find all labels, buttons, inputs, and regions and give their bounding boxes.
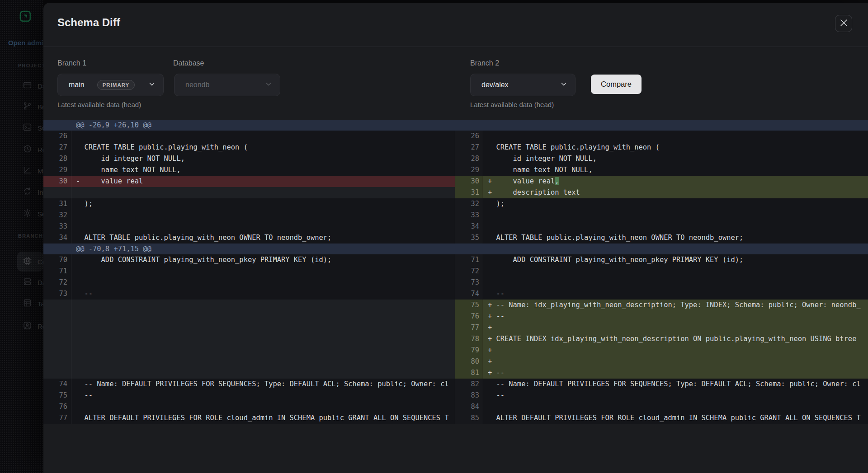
schema-diff-modal: Schema Diff Branch 1 main PRIMARY Latest… [43,3,868,473]
sidebar-item-databases[interactable]: Databases [23,277,43,288]
diff-row: 31 );32 ); [43,198,868,210]
code-line [71,401,455,412]
diff-row: 28 id integer NOT NULL,28 id integer NOT… [43,153,868,164]
diff-row: 70 ADD CONSTRAINT playing_with_neon_pkey… [43,254,868,266]
code-line [483,221,868,232]
branch1-caption: Latest available data (head) [57,101,141,108]
databases-icon [23,277,32,288]
code-line: ADD CONSTRAINT playing_with_neon_pkey PR… [483,254,868,266]
modal-title: Schema Diff [57,16,120,29]
diff-row: 73 --74 -- [43,288,868,300]
diff-row: 29 name text NOT NULL,29 name text NOT N… [43,164,868,176]
line-number: 75 [43,390,71,401]
diff-row: 77 ALTER DEFAULT PRIVILEGES FOR ROLE clo… [43,412,868,424]
line-number: 81 [455,367,483,379]
schema-diff-view[interactable]: @@ -26,9 +26,10 @@262627 CREATE TABLE pu… [43,120,868,424]
hunk-header: @@ -26,9 +26,10 @@ [43,120,868,131]
sidebar-item-label: Monitoring [38,167,43,175]
sidebar-section-branches: BRANCHES [18,233,43,239]
branch1-label: Branch 1 [57,59,86,67]
line-number: 71 [455,254,483,266]
line-number: 29 [455,164,483,176]
header-divider [43,47,868,47]
open-admin-link[interactable]: Open admin [8,39,43,47]
code-line: CREATE TABLE public.playing_with_neon ( [71,142,455,153]
sidebar: Open admin PROJECT DashboardBranchesSQL … [0,0,43,473]
code-line: ); [483,198,868,210]
code-line [71,300,455,311]
code-line [483,277,868,288]
line-number: 77 [455,322,483,333]
chevron-down-icon [148,80,156,90]
sidebar-section-project: PROJECT [18,63,43,68]
code-line: + -- [483,311,868,322]
line-number: 26 [455,131,483,142]
diff-row: 74 -- Name: DEFAULT PRIVILEGES FOR SEQUE… [43,379,868,390]
code-line: + -- [483,367,868,379]
diff-row: 78+ CREATE INDEX idx_playing_with_neon_d… [43,333,868,345]
branch2-caption: Latest available data (head) [470,101,554,108]
code-line [483,266,868,277]
line-number: 33 [43,221,71,232]
line-number: 70 [43,254,71,266]
sidebar-item-branches[interactable]: Branches [23,101,43,112]
sidebar-item-roles[interactable]: Roles [23,321,43,332]
sidebar-item-dashboard[interactable]: Dashboard [23,80,43,91]
line-number [43,333,71,345]
line-number [43,311,71,322]
diff-row: 7172 [43,266,868,277]
code-line [71,345,455,356]
chevron-down-icon [560,80,568,90]
database-select[interactable]: neondb [174,74,280,96]
line-number: 31 [455,187,483,198]
line-number: 27 [455,142,483,153]
code-line: -- Name: DEFAULT PRIVILEGES FOR SEQUENCE… [71,379,455,390]
branches-icon [23,101,32,112]
line-number: 83 [455,390,483,401]
neon-logo-icon[interactable] [19,10,32,23]
code-line: + description text [483,187,868,198]
line-number: 79 [455,345,483,356]
line-number: 73 [455,277,483,288]
code-line: -- [483,288,868,300]
code-line [71,187,455,198]
sidebar-item-sql-editor[interactable]: SQL Editor [23,122,43,133]
line-number: 72 [43,277,71,288]
code-line [71,210,455,221]
diff-row: 3334 [43,221,868,232]
line-number: 34 [43,232,71,244]
sidebar-item-integrations[interactable]: Integrations [23,187,43,197]
compare-button[interactable]: Compare [591,75,642,94]
sidebar-item-computes[interactable]: Computes [23,256,43,267]
sidebar-item-label: Restore [38,146,43,154]
code-line: name text NOT NULL, [71,164,455,176]
line-number [43,300,71,311]
diff-row: 3233 [43,210,868,221]
branch2-select[interactable]: dev/alex [470,74,576,96]
code-line: + [483,322,868,333]
code-line: ALTER TABLE public.playing_with_neon OWN… [483,232,868,244]
line-number: 76 [455,311,483,322]
diff-row: 79+ [43,345,868,356]
code-line: -- Name: DEFAULT PRIVILEGES FOR SEQUENCE… [483,379,868,390]
code-line [71,221,455,232]
code-line [71,131,455,142]
primary-badge: PRIMARY [97,80,135,90]
sidebar-item-settings[interactable]: Settings [23,208,43,219]
code-line: CREATE TABLE public.playing_with_neon ( [483,142,868,153]
branch1-select[interactable]: main PRIMARY [57,74,164,96]
line-number: 85 [455,412,483,424]
restore-icon [23,144,32,155]
sidebar-item-label: Computes [38,258,43,266]
diff-row: 77+ [43,322,868,333]
app-window: Open admin PROJECT DashboardBranchesSQL … [0,0,868,473]
code-line: -- [71,390,455,401]
sidebar-item-tables[interactable]: Tables [23,298,43,309]
line-number: 75 [455,300,483,311]
code-line: + [483,356,868,367]
close-button[interactable] [835,15,852,32]
sidebar-item-monitoring[interactable]: Monitoring [23,165,43,176]
code-line [71,367,455,379]
sidebar-item-restore[interactable]: Restore [23,144,43,155]
sidebar-item-label: Settings [38,210,43,218]
